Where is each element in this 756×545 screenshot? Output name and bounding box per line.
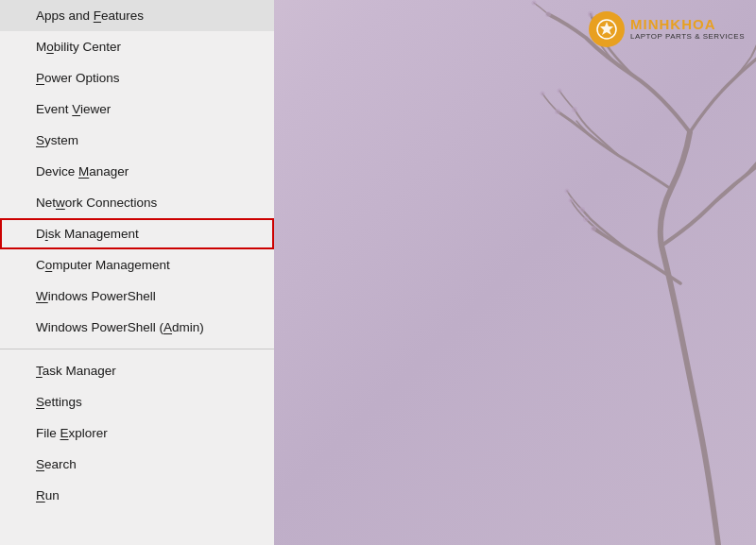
menu-item-run[interactable]: Run <box>0 480 274 511</box>
menu-item-disk-management[interactable]: Disk Management <box>0 218 274 249</box>
menu-item-task-manager[interactable]: Task Manager <box>0 355 274 386</box>
svg-point-8 <box>572 107 577 112</box>
svg-point-10 <box>579 207 585 213</box>
menu-item-power-options[interactable]: Power Options <box>0 62 274 94</box>
svg-point-7 <box>541 92 545 96</box>
svg-point-1 <box>532 1 537 6</box>
menu-item-settings[interactable]: Settings <box>0 386 274 417</box>
menu-item-file-explorer[interactable]: File Explorer <box>0 417 274 449</box>
logo-text: MINHKHOA LAPTOP PARTS & SERVICES <box>630 17 745 41</box>
logo-sub: LAPTOP PARTS & SERVICES <box>630 33 745 42</box>
menu-item-windows-powershell[interactable]: Windows PowerShell <box>0 281 274 312</box>
menu-item-event-viewer[interactable]: Event Viewer <box>0 94 274 125</box>
menu-item-device-manager[interactable]: Device Manager <box>0 156 274 187</box>
logo-circle <box>589 11 625 47</box>
logo-badge: MINHKHOA LAPTOP PARTS & SERVICES <box>589 11 745 47</box>
svg-point-0 <box>545 11 551 17</box>
logo-name: MINHKHOA <box>630 17 745 33</box>
tree-decoration <box>265 0 756 545</box>
menu-item-system[interactable]: System <box>0 125 274 156</box>
menu-item-windows-powershell-admin[interactable]: Windows PowerShell (Admin) <box>0 312 274 343</box>
logo-icon <box>595 18 618 41</box>
menu-item-mobility-center[interactable]: Mobility Center <box>0 31 274 62</box>
svg-point-11 <box>565 189 570 194</box>
svg-point-6 <box>555 109 560 114</box>
menu-item-computer-management[interactable]: Computer Management <box>0 249 274 281</box>
svg-point-14 <box>591 226 596 231</box>
context-menu: Apps and FeaturesMobility CenterPower Op… <box>0 0 274 545</box>
menu-divider <box>0 349 274 349</box>
svg-point-9 <box>558 89 562 94</box>
menu-item-network-connections[interactable]: Network Connections <box>0 187 274 218</box>
menu-item-search[interactable]: Search <box>0 449 274 480</box>
svg-point-13 <box>569 198 574 203</box>
svg-point-12 <box>583 216 589 222</box>
menu-item-apps-features[interactable]: Apps and Features <box>0 0 274 31</box>
